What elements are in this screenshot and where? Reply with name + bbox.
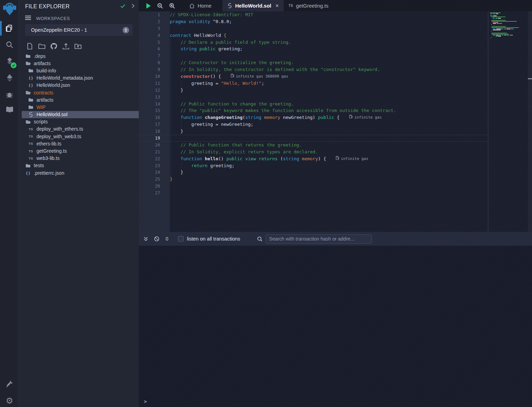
tab-helloworld-sol[interactable]: HelloWorld.sol× (222, 0, 284, 11)
json-file-icon: { } (28, 76, 34, 80)
code-line[interactable]: } (170, 176, 488, 183)
code-content[interactable]: // SPDX-License-Identifier: MITpragma so… (170, 11, 488, 196)
tree-item-helloworld-json[interactable]: { }HelloWorld.json (19, 82, 139, 89)
new-folder-icon[interactable] (37, 42, 46, 51)
line-number: 16 (139, 114, 160, 121)
line-number: 21 (139, 149, 160, 155)
terminal-prompt: > (144, 399, 147, 404)
zoom-out-icon[interactable] (157, 3, 163, 9)
tab-getgreeting-ts[interactable]: TSgetGreeting.ts (284, 0, 333, 11)
code-line[interactable] (170, 52, 488, 59)
tree-item-scripts[interactable]: scripts (19, 118, 139, 125)
code-line[interactable] (170, 25, 488, 32)
clear-console-icon[interactable] (154, 236, 159, 242)
tree-item-label: web3-lib.ts (36, 155, 60, 161)
code-line[interactable]: function hello() public view returns (st… (170, 155, 488, 162)
editor-scrollbar[interactable] (528, 11, 532, 232)
file-tree: .depsartifactsbuild-info{ }HelloWorld_me… (19, 52, 139, 176)
activity-item-file-explorer[interactable] (0, 21, 19, 36)
minimap-line (491, 37, 492, 38)
terminal-toolbar: 0 listen on all transactions (139, 232, 532, 246)
zoom-in-icon[interactable] (169, 3, 175, 9)
minimap-line (496, 36, 498, 37)
tree-item-artifacts[interactable]: artifacts (19, 96, 139, 103)
code-line[interactable]: // Public function that returns the gree… (170, 142, 488, 149)
tree-item-deps[interactable]: .deps (19, 52, 139, 60)
code-line[interactable]: // Constructor to initialize the greetin… (170, 59, 488, 66)
new-file-icon[interactable] (25, 42, 34, 51)
code-line[interactable] (170, 94, 488, 101)
tree-item-web3-lib-ts[interactable]: TSweb3-lib.ts (19, 155, 139, 162)
activity-item-settings-gear[interactable]: ⚙ (0, 393, 19, 407)
terminal-output[interactable]: > (139, 246, 532, 407)
code-line[interactable]: // The "public" keyword makes the functi… (170, 107, 488, 114)
code-line[interactable]: } (170, 87, 488, 94)
tree-item-helloworld-metadata-json[interactable]: { }HelloWorld_metadata.json (19, 74, 139, 82)
code-line[interactable]: // Public function to change the greetin… (170, 101, 488, 108)
code-line[interactable]: contract HelloWorld { (170, 32, 488, 39)
tree-item-ethers-lib-ts[interactable]: TSethers-lib.ts (19, 140, 139, 147)
gas-estimate-text: infinite gas (341, 155, 368, 162)
activity-item-plugin[interactable] (0, 376, 19, 391)
code-line[interactable]: greeting = newGreeting; (170, 121, 488, 128)
code-line[interactable]: // In Solidity, explicit return types ar… (170, 149, 488, 155)
tree-item-artifacts[interactable]: artifacts (19, 60, 139, 67)
collapse-terminal-icon[interactable] (143, 236, 148, 242)
tree-item-prettierrc-json[interactable]: { }.prettierrc.json (19, 169, 139, 176)
tree-item-tests[interactable]: tests (19, 162, 139, 169)
minimap-line (504, 29, 506, 29)
code-line[interactable]: constructor() {infinite gas 368600 gas (170, 73, 488, 80)
tree-item-build-info[interactable]: build-info (19, 67, 139, 74)
minimap[interactable] (488, 11, 528, 232)
upload-file-icon[interactable] (61, 42, 70, 51)
code-line[interactable]: } (170, 128, 488, 135)
code-line[interactable]: pragma solidity ^0.8.0; (170, 18, 488, 25)
activity-item-debugger[interactable] (0, 87, 19, 102)
close-tab-icon[interactable]: × (275, 3, 279, 9)
code-line[interactable]: return greeting; (170, 162, 488, 169)
code-line[interactable]: // Declare a public field of type string… (170, 39, 488, 46)
activity-item-book[interactable] (0, 102, 19, 117)
minimap-line (498, 36, 501, 37)
tab-home[interactable]: Home (184, 0, 216, 11)
code-line[interactable]: string public greeting; (170, 45, 488, 52)
tree-item-helloworld-sol[interactable]: HelloWorld.sol (22, 111, 139, 118)
code-line[interactable]: // SPDX-License-Identifier: MIT (170, 11, 488, 18)
tree-item-getgreeting-ts[interactable]: TSgetGreeting.ts (19, 147, 139, 154)
code-editor[interactable]: 1234567891011121314151617181920212223242… (139, 11, 532, 232)
code-line[interactable] (170, 183, 488, 190)
activity-item-deploy-run[interactable] (0, 70, 19, 85)
hamburger-menu-icon[interactable] (25, 15, 31, 21)
tree-item-contracts[interactable]: contracts (19, 89, 139, 96)
editor-tab-bar: HomeHelloWorld.sol×TSgetGreeting.ts (139, 0, 532, 11)
folder-icon (28, 98, 34, 102)
code-line[interactable] (170, 135, 488, 142)
code-line[interactable]: // In Solidity, the constructor is defin… (170, 66, 488, 73)
run-icon[interactable] (146, 3, 151, 9)
typescript-file-icon: TS (28, 149, 34, 153)
minimap-line (493, 35, 496, 35)
code-line[interactable] (170, 190, 488, 196)
workspace-select[interactable]: OpenZeppelin ERC20 - 1 (25, 24, 133, 36)
tree-item-label: HelloWorld.json (36, 82, 70, 88)
code-line[interactable]: function changeGreeting(string memory ne… (170, 114, 488, 121)
minimap-line (493, 18, 495, 19)
tree-item-deploy-with-ethers-ts[interactable]: TSdeploy_with_ethers.ts (19, 125, 139, 133)
activity-item-search[interactable] (0, 37, 19, 52)
code-line[interactable]: greeting = "Hello, World!"; (170, 80, 488, 87)
code-line[interactable]: } (170, 169, 488, 176)
tree-item-wip[interactable]: WIP (19, 103, 139, 111)
scrollbar-marker (528, 78, 532, 79)
chevron-right-icon[interactable] (131, 3, 135, 10)
transaction-search-input[interactable] (265, 234, 372, 244)
minimap-line (490, 38, 490, 39)
upload-folder-icon[interactable] (73, 42, 82, 51)
activity-item-solidity-compiler[interactable] (0, 54, 19, 69)
folder-open-icon (25, 120, 31, 124)
line-number: 10 (139, 73, 160, 80)
tree-item-deploy-with-web3-ts[interactable]: TSdeploy_with_web3.ts (19, 133, 139, 140)
line-number: 23 (139, 162, 160, 169)
gas-estimate-text: infinite gas (354, 114, 382, 121)
listen-transactions-checkbox[interactable] (178, 236, 184, 242)
github-icon[interactable] (49, 42, 58, 51)
